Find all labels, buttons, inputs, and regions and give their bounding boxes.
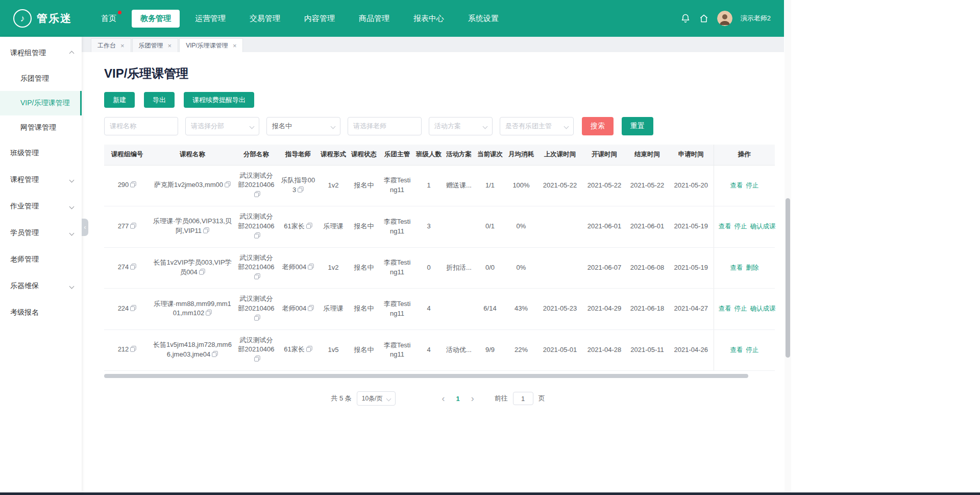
sidebar-item-4[interactable]: 学员管理 bbox=[0, 220, 82, 246]
action-link[interactable]: 停止 bbox=[734, 305, 747, 312]
nav-item-3[interactable]: 交易管理 bbox=[241, 10, 289, 28]
filter-status-select[interactable]: 报名中 bbox=[266, 117, 340, 135]
copy-icon[interactable] bbox=[206, 309, 212, 319]
sidebar-subitem-0-0[interactable]: 乐团管理 bbox=[0, 66, 82, 91]
nav-item-7[interactable]: 系统设置 bbox=[459, 10, 507, 28]
table-cell-start: 2021-06-07 bbox=[583, 247, 626, 289]
table-header-cell: 上次课时间 bbox=[537, 145, 583, 165]
cell-value: 1 bbox=[427, 181, 430, 189]
table-header-cell: 课程组编号 bbox=[104, 145, 150, 165]
sidebar-subitem-0-2[interactable]: 网管课管理 bbox=[0, 115, 82, 140]
sidebar-item-5[interactable]: 老师管理 bbox=[0, 246, 82, 273]
export-button[interactable]: 导出 bbox=[144, 92, 175, 108]
action-link[interactable]: 查看 bbox=[730, 264, 743, 271]
goto-page-input[interactable] bbox=[513, 392, 533, 405]
tab-close-icon[interactable]: × bbox=[168, 42, 172, 50]
tab-0[interactable]: 工作台× bbox=[91, 38, 131, 52]
page-size-select[interactable]: 10条/页 bbox=[357, 391, 396, 406]
cell-value: 0 bbox=[427, 264, 430, 271]
sidebar-item-7[interactable]: 考级报名 bbox=[0, 299, 82, 326]
copy-icon[interactable] bbox=[254, 314, 260, 324]
action-link[interactable]: 查看 bbox=[730, 182, 743, 189]
vertical-scrollbar[interactable] bbox=[785, 0, 791, 492]
filter-text: 请选择分部 bbox=[191, 122, 224, 131]
copy-icon[interactable] bbox=[298, 186, 304, 196]
filter-branch-select[interactable]: 请选择分部 bbox=[185, 117, 259, 135]
cell-value: 老师004 bbox=[282, 304, 307, 312]
copy-icon[interactable] bbox=[130, 181, 136, 191]
sidebar-item-1[interactable]: 班级管理 bbox=[0, 140, 82, 167]
table-cell-leader: 李霞Testing11 bbox=[380, 329, 414, 371]
action-link[interactable]: 确认成课 bbox=[750, 223, 776, 230]
chevron-down-icon bbox=[250, 124, 255, 129]
tab-close-icon[interactable]: × bbox=[233, 42, 237, 50]
copy-icon[interactable] bbox=[254, 232, 260, 242]
copy-icon[interactable] bbox=[306, 222, 312, 232]
copy-icon[interactable] bbox=[199, 268, 205, 278]
table-header-row: 课程组编号课程名称分部名称指导老师课程形式课程状态乐团主管班级人数活动方案当前课… bbox=[104, 145, 775, 165]
action-link[interactable]: 删除 bbox=[746, 264, 758, 271]
tab-close-icon[interactable]: × bbox=[120, 42, 125, 50]
home-icon[interactable] bbox=[699, 13, 709, 23]
copy-icon[interactable] bbox=[308, 304, 314, 314]
table-cell-last_class bbox=[537, 206, 583, 248]
cell-value: 武汉测试分部20210406 bbox=[238, 336, 275, 353]
copy-icon[interactable] bbox=[254, 273, 260, 282]
table-cell-branch: 武汉测试分部20210406 bbox=[235, 289, 278, 330]
filter-course-name-input[interactable]: 课程名称 bbox=[104, 117, 178, 135]
copy-icon[interactable] bbox=[225, 181, 231, 191]
nav-item-0[interactable]: 首页 bbox=[92, 10, 125, 28]
sidebar-item-0[interactable]: 课程组管理 bbox=[0, 40, 82, 66]
copy-icon[interactable] bbox=[212, 350, 218, 360]
sidebar-subitem-0-1[interactable]: VIP/乐理课管理 bbox=[0, 91, 82, 115]
copy-icon[interactable] bbox=[254, 191, 260, 200]
nav-item-4[interactable]: 内容管理 bbox=[296, 10, 344, 28]
sidebar-collapse-handle[interactable]: ‹ bbox=[82, 219, 88, 236]
action-link[interactable]: 查看 bbox=[730, 346, 743, 353]
sidebar-item-3[interactable]: 作业管理 bbox=[0, 193, 82, 220]
tab-1[interactable]: 乐团管理× bbox=[132, 38, 179, 52]
nav-item-6[interactable]: 报表中心 bbox=[405, 10, 453, 28]
copy-icon[interactable] bbox=[308, 263, 314, 273]
filter-teacher-input[interactable]: 请选择老师 bbox=[348, 117, 422, 135]
create-button[interactable]: 新建 bbox=[104, 92, 135, 108]
next-page-button[interactable]: › bbox=[468, 393, 477, 404]
page-number-current[interactable]: 1 bbox=[453, 395, 462, 403]
action-link[interactable]: 查看 bbox=[719, 223, 731, 230]
nav-item-2[interactable]: 运营管理 bbox=[186, 10, 234, 28]
action-link[interactable]: 确认成课 bbox=[750, 305, 776, 312]
copy-icon[interactable] bbox=[130, 222, 136, 232]
copy-icon[interactable] bbox=[130, 263, 136, 273]
tab-2[interactable]: VIP/乐理课管理× bbox=[179, 38, 243, 52]
table-cell-actions: 查看停止确认成课 bbox=[714, 289, 775, 330]
sidebar-item-6[interactable]: 乐器维保 bbox=[0, 273, 82, 299]
action-link[interactable]: 停止 bbox=[734, 223, 747, 230]
renewal-reminder-export-button[interactable]: 课程续费提醒导出 bbox=[184, 92, 254, 108]
search-button[interactable]: 搜索 bbox=[582, 117, 614, 135]
brand[interactable]: ♪ 管乐迷 bbox=[13, 9, 72, 28]
notifications-bell-icon[interactable] bbox=[680, 13, 691, 23]
action-link[interactable]: 停止 bbox=[746, 182, 758, 189]
vertical-scrollbar-thumb[interactable] bbox=[786, 198, 790, 358]
table-cell-end: 2021-05-11 bbox=[626, 329, 669, 371]
prev-page-button[interactable]: ‹ bbox=[438, 393, 448, 404]
filter-leader-select[interactable]: 是否有乐团主管 bbox=[500, 117, 574, 135]
table-header-cell: 当前课次 bbox=[475, 145, 505, 165]
avatar[interactable] bbox=[717, 11, 732, 26]
nav-item-1[interactable]: 教务管理 bbox=[132, 10, 180, 28]
reset-button[interactable]: 重置 bbox=[622, 117, 653, 135]
course-table: 课程组编号课程名称分部名称指导老师课程形式课程状态乐团主管班级人数活动方案当前课… bbox=[104, 145, 775, 371]
action-link[interactable]: 停止 bbox=[746, 346, 758, 353]
action-link[interactable]: 查看 bbox=[719, 305, 731, 312]
copy-icon[interactable] bbox=[203, 227, 209, 237]
copy-icon[interactable] bbox=[254, 355, 260, 365]
copy-icon[interactable] bbox=[130, 345, 136, 355]
nav-item-5[interactable]: 商品管理 bbox=[350, 10, 398, 28]
filter-activity-select[interactable]: 活动方案 bbox=[429, 117, 493, 135]
copy-icon[interactable] bbox=[130, 304, 136, 314]
current-user-name[interactable]: 演示老师2 bbox=[741, 14, 771, 23]
sidebar-item-2[interactable]: 课程管理 bbox=[0, 167, 82, 193]
horizontal-scrollbar[interactable] bbox=[104, 374, 748, 378]
copy-icon[interactable] bbox=[306, 345, 312, 355]
table-row: 212长笛1v5jm418,jm728,mm66,jme03,jme04武汉测试… bbox=[104, 329, 775, 371]
